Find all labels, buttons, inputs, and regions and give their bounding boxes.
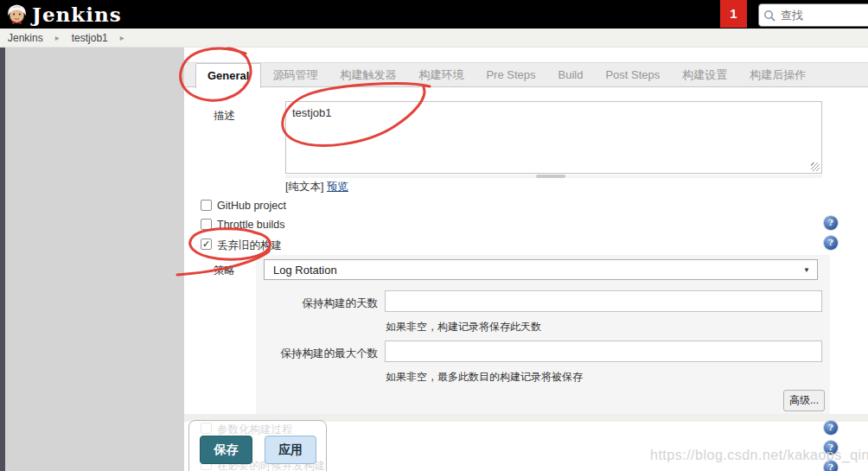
notification-count-badge[interactable]: 1: [720, 0, 747, 28]
discard-old-builds-label: 丢弃旧的构建: [217, 239, 282, 253]
strategy-selected-value: Log Rotation: [273, 264, 337, 277]
discard-old-builds-checkbox[interactable]: ✓: [201, 239, 212, 250]
help-icon[interactable]: ?: [824, 236, 838, 250]
jenkins-butler-icon[interactable]: [5, 3, 29, 26]
tab-build-environment[interactable]: 构建环境: [407, 63, 475, 86]
textarea-resize-handle[interactable]: [811, 162, 820, 171]
tab-post-build-actions[interactable]: 构建后操作: [738, 63, 817, 86]
help-icon[interactable]: ?: [824, 421, 838, 435]
tab-post-steps[interactable]: Post Steps: [594, 63, 671, 86]
strategy-label: 策略: [214, 264, 235, 278]
search-input[interactable]: [779, 8, 860, 22]
search-icon: [763, 10, 775, 22]
chevron-right-icon: ▸: [55, 33, 60, 42]
checkmark-icon: ✓: [202, 239, 210, 249]
description-label: 描述: [214, 109, 235, 124]
tab-source-code-management[interactable]: 源码管理: [261, 63, 329, 86]
strategy-select[interactable]: Log Rotation ▼: [264, 259, 818, 280]
max-builds-input[interactable]: [385, 341, 822, 362]
breadcrumb: Jenkins ▸ testjob1 ▸: [0, 29, 868, 48]
tab-build-settings[interactable]: 构建设置: [671, 63, 738, 86]
tab-general[interactable]: General: [195, 63, 261, 88]
apply-button[interactable]: 应用: [265, 436, 316, 464]
description-textarea[interactable]: testjob1: [285, 101, 822, 174]
days-to-keep-hint: 如果非空，构建记录将保存此天数: [386, 320, 541, 334]
search-box: [758, 3, 868, 27]
max-builds-label: 保持构建的最大个数: [257, 347, 378, 361]
preview-link[interactable]: 预览: [327, 181, 348, 193]
advanced-button[interactable]: 高级...: [783, 390, 825, 411]
chevron-down-icon: ▼: [803, 266, 810, 274]
tab-build-triggers[interactable]: 构建触发器: [329, 63, 407, 86]
days-to-keep-input[interactable]: [385, 290, 822, 312]
chevron-right-icon: ▸: [120, 33, 124, 42]
tab-pre-steps[interactable]: Pre Steps: [475, 63, 546, 86]
github-project-checkbox[interactable]: [201, 200, 212, 211]
csdn-watermark: https://blog.csdn.net/kakaops_qing: [650, 448, 868, 463]
breadcrumb-home[interactable]: Jenkins: [8, 32, 43, 44]
tab-build[interactable]: Build: [547, 63, 595, 86]
help-icon[interactable]: ?: [824, 216, 838, 230]
throttle-builds-checkbox[interactable]: [201, 219, 212, 230]
throttle-builds-label: Throttle builds: [217, 219, 285, 231]
days-to-keep-label: 保持构建的天数: [257, 296, 378, 311]
max-builds-hint: 如果非空，最多此数目的构建记录将被保存: [386, 370, 583, 385]
plain-text-mode-row: [纯文本] 预览: [285, 180, 348, 194]
save-button[interactable]: 保存: [200, 436, 252, 464]
left-gutter: [5, 48, 184, 471]
config-tab-bar: General 源码管理 构建触发器 构建环境 Pre Steps Build …: [184, 62, 868, 87]
jenkins-logo-text[interactable]: Jenkins: [32, 2, 122, 28]
jenkins-config-page: Jenkins 1 Jenkins ▸ testjob1 ▸ General 源…: [0, 0, 868, 471]
github-project-label: GitHub project: [217, 200, 286, 212]
textarea-drag-grip[interactable]: [536, 175, 565, 178]
breadcrumb-job[interactable]: testjob1: [72, 32, 108, 44]
plain-text-label: [纯文本]: [285, 181, 323, 193]
